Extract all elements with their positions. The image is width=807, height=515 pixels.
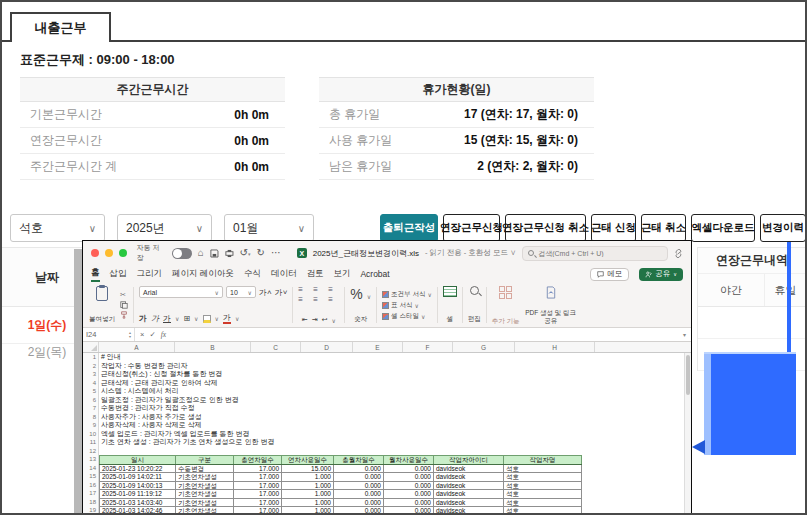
- history-cell[interactable]: 1.000: [282, 490, 334, 499]
- history-cell[interactable]: davidseok: [434, 464, 504, 473]
- history-header-cell[interactable]: 월차사용일수: [384, 456, 434, 465]
- column-header[interactable]: B: [175, 342, 251, 352]
- history-cell[interactable]: 기초연차생성: [176, 507, 234, 515]
- sheet-note-cell[interactable]: 사용자추가 : 사용자 추가로 생성: [99, 413, 683, 422]
- decrease-font-icon[interactable]: 가˅: [275, 287, 288, 298]
- row-number[interactable]: 13: [83, 455, 98, 464]
- history-header-cell[interactable]: 총연차일수: [234, 456, 282, 465]
- sheet-note-cell[interactable]: 일괄조정 : 관리자가 일괄조정으로 인한 변경: [99, 396, 683, 405]
- ribbon-tab[interactable]: 보기: [333, 268, 350, 280]
- history-cell[interactable]: 0.000: [384, 481, 434, 490]
- format-painter-icon[interactable]: [120, 311, 128, 319]
- history-cell[interactable]: 0.000: [334, 481, 384, 490]
- ribbon-tab[interactable]: 그리기: [137, 268, 163, 280]
- align-right-icon[interactable]: ≡: [328, 296, 339, 304]
- align-bottom-icon[interactable]: ≡: [328, 286, 339, 294]
- history-cell[interactable]: 0.000: [384, 464, 434, 473]
- write-attendance-button[interactable]: 출퇴근작성: [380, 214, 438, 242]
- history-cell[interactable]: 0.000: [334, 490, 384, 499]
- sheet-note-cell[interactable]: 엑셀 업로드 : 관리자가 엑셀 업로드를 통한 변경: [99, 430, 683, 439]
- autosave-toggle[interactable]: [172, 248, 192, 259]
- formula-bar-expand-icon[interactable]: ▾: [683, 331, 691, 338]
- row-number[interactable]: 11: [83, 438, 98, 447]
- row-number[interactable]: 18: [83, 498, 98, 507]
- minimize-window-button[interactable]: [105, 249, 113, 257]
- ribbon-tab[interactable]: 데이터: [271, 268, 297, 280]
- fill-color-icon[interactable]: [203, 315, 211, 323]
- history-cell[interactable]: davidseok: [434, 490, 504, 499]
- cancel-leave-button[interactable]: 근태 취소: [641, 214, 686, 242]
- history-cell[interactable]: 2025-01-23 10:20:22: [100, 464, 176, 473]
- history-cell[interactable]: 17.000: [234, 464, 282, 473]
- history-cell[interactable]: 석호: [504, 490, 582, 499]
- align-top-icon[interactable]: ≡: [298, 286, 309, 294]
- history-cell[interactable]: 수동변경: [176, 464, 234, 473]
- font-name-select[interactable]: Arial∨: [139, 286, 223, 298]
- sheet-note-cell[interactable]: 기초 연차 생성 : 관리자가 기초 연차 생성으로 인한 변경: [99, 438, 683, 447]
- cells-button[interactable]: 셀: [443, 285, 457, 325]
- history-cell[interactable]: 석호: [504, 498, 582, 507]
- name-box-stepper[interactable]: ▴▾: [129, 331, 131, 339]
- history-cell[interactable]: davidseok: [434, 481, 504, 490]
- row-number[interactable]: 9: [83, 421, 98, 430]
- history-cell[interactable]: davidseok: [434, 473, 504, 482]
- home-icon[interactable]: ⌂: [198, 248, 204, 258]
- history-cell[interactable]: 17.000: [234, 507, 282, 515]
- history-header-cell[interactable]: 연차사용일수: [282, 456, 334, 465]
- ribbon-tab[interactable]: Acrobat: [360, 269, 389, 279]
- insert-function-icon[interactable]: fx: [161, 330, 166, 339]
- undo-icon[interactable]: ↺▾: [240, 248, 251, 259]
- request-leave-button[interactable]: 근태 신청: [591, 214, 636, 242]
- row-number[interactable]: 14: [83, 464, 98, 473]
- column-header[interactable]: A: [99, 342, 175, 352]
- row-number[interactable]: 12: [83, 447, 98, 456]
- row-number[interactable]: 8: [83, 413, 98, 422]
- increase-indent-icon[interactable]: ⇥: [312, 316, 318, 324]
- redo-icon[interactable]: ↻: [256, 248, 264, 258]
- column-header[interactable]: G: [453, 342, 515, 352]
- history-cell[interactable]: 석호: [504, 464, 582, 473]
- more-commands-icon[interactable]: ⋯: [271, 248, 281, 258]
- change-history-button[interactable]: 변경이력: [760, 214, 806, 242]
- addins-button[interactable]: 추가 기능: [492, 285, 520, 325]
- history-cell[interactable]: 1.000: [282, 498, 334, 507]
- save-icon[interactable]: [210, 249, 219, 258]
- row-number[interactable]: 1: [83, 353, 98, 362]
- history-cell[interactable]: 2025-01-09 11:19:12: [100, 490, 176, 499]
- sheet-note-cell[interactable]: 사용자삭제 : 사용자 삭제로 삭제: [99, 421, 683, 430]
- align-center-icon[interactable]: ≡: [313, 296, 324, 304]
- share-button[interactable]: 공유 ∨: [639, 268, 683, 281]
- history-cell[interactable]: 0.000: [384, 490, 434, 499]
- copy-icon[interactable]: [120, 301, 128, 309]
- sheet-note-cell[interactable]: # 안내: [99, 353, 683, 362]
- column-header[interactable]: E: [353, 342, 403, 352]
- cancel-overtime-button[interactable]: 연장근무신청 취소: [505, 214, 586, 242]
- history-header-cell[interactable]: 작업자아이디: [434, 456, 504, 465]
- vertical-scrollbar[interactable]: [684, 353, 691, 515]
- row-number[interactable]: 3: [83, 370, 98, 379]
- cell-styles-button[interactable]: 셀 스타일∨: [382, 312, 425, 321]
- zoom-window-button[interactable]: [119, 249, 127, 257]
- underline-icon[interactable]: 가: [163, 313, 171, 324]
- sheet-note-cell[interactable]: 근태삭제 : 근태 관리자로 인하여 삭제: [99, 379, 683, 388]
- history-cell[interactable]: davidseok: [434, 498, 504, 507]
- row-number[interactable]: 5: [83, 387, 98, 396]
- bold-icon[interactable]: 가: [139, 313, 147, 324]
- italic-icon[interactable]: 가: [151, 313, 159, 324]
- history-cell[interactable]: 2025-01-03 14:03:40: [100, 498, 176, 507]
- history-cell[interactable]: 석호: [504, 481, 582, 490]
- comments-button[interactable]: 메모: [590, 268, 629, 281]
- request-overtime-button[interactable]: 연장근무신청: [443, 214, 500, 242]
- percent-style-icon[interactable]: % ∨: [350, 286, 371, 302]
- align-left-icon[interactable]: ≡: [298, 296, 309, 304]
- create-pdf-button[interactable]: PDF 생성 및 링크 공유: [525, 285, 577, 325]
- history-cell[interactable]: 1.000: [282, 507, 334, 515]
- history-cell[interactable]: 기초연차생성: [176, 490, 234, 499]
- sheet-note-cell[interactable]: 작업자 : 수동 변경한 관리자: [99, 362, 683, 371]
- paste-button[interactable]: 붙여넣기: [89, 285, 115, 325]
- ribbon-tab[interactable]: 삽입: [110, 268, 127, 280]
- font-size-select[interactable]: 10∨: [226, 286, 256, 298]
- sheet-note-cell[interactable]: 근태신청(취소) : 신청 절차를 통한 변경: [99, 370, 683, 379]
- excel-download-button[interactable]: 엑셀다운로드: [691, 214, 755, 242]
- history-cell[interactable]: 기초연차생성: [176, 498, 234, 507]
